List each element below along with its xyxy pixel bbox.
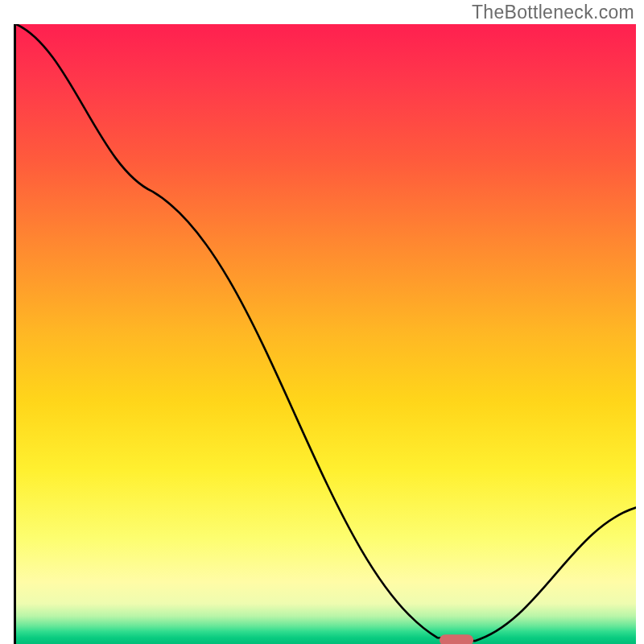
chart-container: TheBottleneck.com bbox=[0, 0, 644, 644]
bottleneck-curve bbox=[16, 24, 636, 641]
watermark: TheBottleneck.com bbox=[472, 2, 634, 23]
optimum-marker bbox=[440, 634, 473, 644]
curve-layer bbox=[16, 24, 636, 644]
plot-area bbox=[14, 24, 636, 644]
